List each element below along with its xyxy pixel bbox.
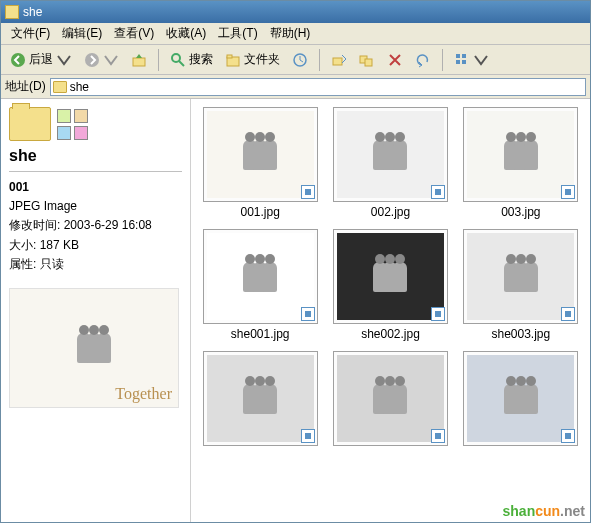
history-icon xyxy=(292,52,308,68)
file-name: she002.jpg xyxy=(361,327,420,341)
file-item[interactable]: 003.jpg xyxy=(460,107,582,219)
up-folder-icon xyxy=(131,52,147,68)
thumbnail[interactable] xyxy=(203,351,318,446)
svg-rect-8 xyxy=(333,58,342,65)
thumbnail[interactable] xyxy=(333,107,448,202)
file-name: she001.jpg xyxy=(231,327,290,341)
svg-rect-10 xyxy=(365,59,372,66)
views-icon xyxy=(454,52,470,68)
svg-point-3 xyxy=(172,54,180,62)
svg-point-1 xyxy=(85,53,99,67)
watermark-part2: cun xyxy=(535,503,560,519)
watermark-part1: shan xyxy=(503,503,536,519)
file-item[interactable] xyxy=(329,351,451,449)
thumbnail-image xyxy=(337,111,444,198)
filetype-badge-icon xyxy=(561,429,575,443)
modified-row: 修改时间: 2003-6-29 16:08 xyxy=(9,216,182,235)
menu-help[interactable]: 帮助(H) xyxy=(264,23,317,44)
banner-squares xyxy=(57,109,88,140)
menu-file[interactable]: 文件(F) xyxy=(5,23,56,44)
thumbnail-image xyxy=(337,233,444,320)
separator xyxy=(442,49,443,71)
search-icon xyxy=(170,52,186,68)
svg-line-4 xyxy=(179,61,184,66)
filetype-badge-icon xyxy=(301,307,315,321)
back-label: 后退 xyxy=(29,51,53,68)
thumbnail[interactable] xyxy=(333,229,448,324)
separator xyxy=(158,49,159,71)
file-item[interactable]: 002.jpg xyxy=(329,107,451,219)
thumbnail-image xyxy=(207,233,314,320)
svg-rect-14 xyxy=(462,60,466,64)
selected-file-name: 001 xyxy=(9,178,182,197)
menu-tools[interactable]: 工具(T) xyxy=(212,23,263,44)
history-button[interactable] xyxy=(287,49,313,71)
folder-banner xyxy=(9,107,182,141)
file-name: 003.jpg xyxy=(501,205,540,219)
file-item[interactable] xyxy=(199,351,321,449)
thumbnail-image xyxy=(467,111,574,198)
forward-button[interactable] xyxy=(79,49,124,71)
attrib-value: 只读 xyxy=(40,257,64,271)
menu-view[interactable]: 查看(V) xyxy=(108,23,160,44)
back-arrow-icon xyxy=(10,52,26,68)
thumbnail-image xyxy=(337,355,444,442)
attrib-label: 属性: xyxy=(9,257,36,271)
thumbnail-image xyxy=(467,355,574,442)
folders-button[interactable]: 文件夹 xyxy=(220,48,285,71)
views-button[interactable] xyxy=(449,49,494,71)
svg-rect-6 xyxy=(227,55,232,58)
search-label: 搜索 xyxy=(189,51,213,68)
folder-icon xyxy=(5,5,19,19)
preview-overlay-text: Together xyxy=(115,385,172,403)
copy-to-icon xyxy=(359,52,375,68)
titlebar[interactable]: she xyxy=(1,1,590,23)
svg-rect-2 xyxy=(133,58,145,66)
svg-rect-13 xyxy=(456,60,460,64)
address-bar: 地址(D) she xyxy=(1,75,590,99)
explorer-window: she 文件(F) 编辑(E) 查看(V) 收藏(A) 工具(T) 帮助(H) … xyxy=(0,0,591,523)
file-item[interactable]: she001.jpg xyxy=(199,229,321,341)
menu-favorites[interactable]: 收藏(A) xyxy=(160,23,212,44)
file-item[interactable]: she002.jpg xyxy=(329,229,451,341)
folders-label: 文件夹 xyxy=(244,51,280,68)
undo-button[interactable] xyxy=(410,49,436,71)
address-input[interactable]: she xyxy=(50,78,586,96)
file-name: 002.jpg xyxy=(371,205,410,219)
folder-name: she xyxy=(9,147,182,165)
filetype-badge-icon xyxy=(561,307,575,321)
people-sketch xyxy=(79,333,109,363)
side-panel: she 001 JPEG Image 修改时间: 2003-6-29 16:08… xyxy=(1,99,191,522)
move-to-icon xyxy=(331,52,347,68)
search-button[interactable]: 搜索 xyxy=(165,48,218,71)
thumbnail[interactable] xyxy=(333,351,448,446)
filetype-badge-icon xyxy=(431,185,445,199)
thumbnail[interactable] xyxy=(463,107,578,202)
divider xyxy=(9,171,182,172)
address-path: she xyxy=(70,80,89,94)
address-label: 地址(D) xyxy=(5,78,46,95)
back-button[interactable]: 后退 xyxy=(5,48,77,71)
thumbnail[interactable] xyxy=(203,229,318,324)
menu-edit[interactable]: 编辑(E) xyxy=(56,23,108,44)
svg-rect-12 xyxy=(462,54,466,58)
up-button[interactable] xyxy=(126,49,152,71)
thumbnail[interactable] xyxy=(463,229,578,324)
file-item[interactable]: 001.jpg xyxy=(199,107,321,219)
move-to-button[interactable] xyxy=(326,49,352,71)
file-item[interactable]: she003.jpg xyxy=(460,229,582,341)
thumbnail-image xyxy=(207,355,314,442)
file-name: 001.jpg xyxy=(240,205,279,219)
svg-rect-11 xyxy=(456,54,460,58)
file-view[interactable]: 001.jpg002.jpg003.jpgshe001.jpgshe002.jp… xyxy=(191,99,590,522)
modified-value: 2003-6-29 16:08 xyxy=(64,218,152,232)
file-item[interactable] xyxy=(460,351,582,449)
filetype-badge-icon xyxy=(301,185,315,199)
copy-to-button[interactable] xyxy=(354,49,380,71)
thumbnail[interactable] xyxy=(463,351,578,446)
modified-label: 修改时间: xyxy=(9,218,60,232)
delete-button[interactable] xyxy=(382,49,408,71)
file-type: JPEG Image xyxy=(9,197,182,216)
filetype-badge-icon xyxy=(301,429,315,443)
thumbnail[interactable] xyxy=(203,107,318,202)
